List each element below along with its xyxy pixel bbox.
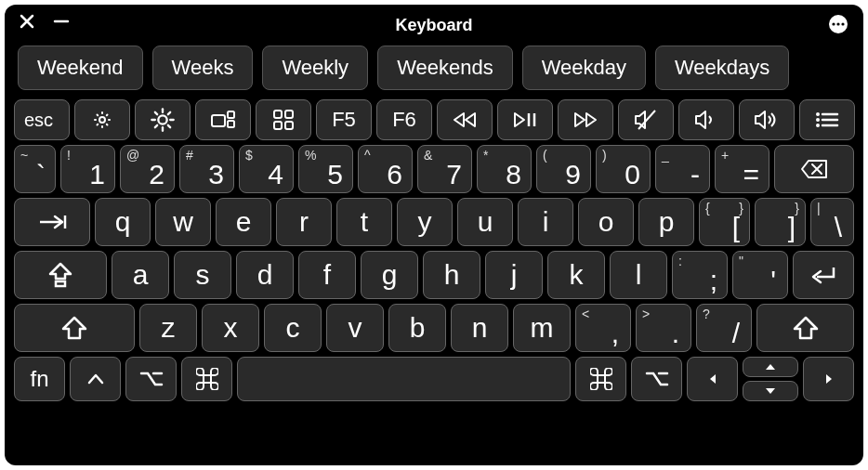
- key-7[interactable]: &7: [417, 145, 472, 193]
- left-bracket-key[interactable]: {}[: [699, 198, 750, 246]
- left-shift-key[interactable]: [14, 304, 135, 352]
- key-q[interactable]: q: [95, 198, 151, 246]
- right-command-key[interactable]: [575, 357, 626, 401]
- mute-key[interactable]: [618, 99, 674, 140]
- brightness-down-icon: [91, 109, 113, 131]
- volume-down-icon: [693, 109, 719, 131]
- key-v[interactable]: v: [326, 304, 384, 352]
- key-k[interactable]: k: [547, 251, 605, 299]
- key-d[interactable]: d: [236, 251, 294, 299]
- quote-key[interactable]: "': [732, 251, 788, 299]
- tab-key[interactable]: [14, 198, 90, 246]
- key-w[interactable]: w: [155, 198, 211, 246]
- slash-key[interactable]: ?/: [696, 304, 752, 352]
- fn-key[interactable]: fn: [14, 357, 65, 401]
- comma-key[interactable]: <,: [575, 304, 631, 352]
- mission-control-key[interactable]: [195, 99, 251, 140]
- arrow-up-key[interactable]: [743, 357, 798, 377]
- key-4[interactable]: $4: [239, 145, 294, 193]
- key-f[interactable]: f: [298, 251, 356, 299]
- key-0[interactable]: )0: [596, 145, 651, 193]
- control-key[interactable]: [70, 357, 121, 401]
- suggestion-item[interactable]: Weeks: [152, 46, 254, 90]
- equals-key[interactable]: +=: [715, 145, 769, 193]
- volume-down-key[interactable]: [678, 99, 734, 140]
- svg-point-3: [841, 22, 844, 25]
- asdf-row: a s d f g h j k l :; "': [14, 251, 854, 299]
- suggestion-item[interactable]: Weekdays: [655, 46, 789, 90]
- key-r[interactable]: r: [276, 198, 332, 246]
- key-s[interactable]: s: [174, 251, 231, 299]
- key-1[interactable]: !1: [60, 145, 115, 193]
- fast-forward-key[interactable]: [558, 99, 613, 140]
- volume-up-key[interactable]: [739, 99, 795, 140]
- arrow-left-key[interactable]: [687, 357, 738, 401]
- key-n[interactable]: n: [451, 304, 508, 352]
- svg-point-34: [816, 118, 820, 122]
- key-8[interactable]: *8: [477, 145, 532, 193]
- suggestion-item[interactable]: Weekends: [377, 46, 513, 90]
- number-row: ~` !1 @2 #3 $4 %5 ^6 &7 *8 (9 )0 _- +=: [14, 145, 854, 193]
- key-m[interactable]: m: [513, 304, 571, 352]
- key-c[interactable]: c: [264, 304, 322, 352]
- suggestion-item[interactable]: Weekday: [522, 46, 646, 90]
- semicolon-key[interactable]: :;: [672, 251, 728, 299]
- play-pause-key[interactable]: [497, 99, 553, 140]
- arrow-right-key[interactable]: [803, 357, 854, 401]
- key-e[interactable]: e: [216, 198, 271, 246]
- key-6[interactable]: ^6: [358, 145, 413, 193]
- left-option-key[interactable]: [125, 357, 177, 401]
- right-shift-key[interactable]: [756, 304, 854, 352]
- key-i[interactable]: i: [518, 198, 573, 246]
- close-icon[interactable]: [20, 14, 34, 29]
- suggestion-item[interactable]: Weekly: [262, 46, 368, 90]
- key-3[interactable]: #3: [179, 145, 234, 193]
- svg-rect-27: [274, 122, 282, 129]
- arrow-down-key[interactable]: [743, 381, 798, 401]
- more-icon[interactable]: [828, 14, 848, 34]
- mission-control-icon: [211, 111, 235, 129]
- backslash-key[interactable]: |\: [810, 198, 854, 246]
- key-j[interactable]: j: [485, 251, 543, 299]
- key-z[interactable]: z: [139, 304, 197, 352]
- escape-key[interactable]: esc: [14, 99, 70, 140]
- return-key[interactable]: [793, 251, 854, 299]
- key-h[interactable]: h: [423, 251, 480, 299]
- key-5[interactable]: %5: [298, 145, 353, 193]
- key-x[interactable]: x: [202, 304, 259, 352]
- key-l[interactable]: l: [610, 251, 667, 299]
- backtick-key[interactable]: ~`: [14, 145, 56, 193]
- list-key[interactable]: [799, 99, 855, 140]
- key-g[interactable]: g: [361, 251, 418, 299]
- launchpad-key[interactable]: [256, 99, 311, 140]
- f6-key[interactable]: F6: [376, 99, 432, 140]
- key-y[interactable]: y: [397, 198, 453, 246]
- key-b[interactable]: b: [388, 304, 446, 352]
- rewind-key[interactable]: [437, 99, 493, 140]
- minus-key[interactable]: _-: [655, 145, 710, 193]
- key-u[interactable]: u: [457, 198, 513, 246]
- period-key[interactable]: >.: [636, 304, 691, 352]
- brightness-up-key[interactable]: [135, 99, 191, 140]
- left-command-key[interactable]: [181, 357, 232, 401]
- minimize-icon[interactable]: [53, 14, 70, 29]
- brightness-down-key[interactable]: [74, 99, 130, 140]
- right-bracket-key[interactable]: }]: [755, 198, 806, 246]
- suggestion-item[interactable]: Weekend: [18, 46, 143, 90]
- key-2[interactable]: @2: [120, 145, 175, 193]
- f5-key[interactable]: F5: [316, 99, 372, 140]
- volume-up-icon: [753, 109, 781, 131]
- fast-forward-icon: [572, 111, 598, 129]
- backspace-key[interactable]: [774, 145, 854, 193]
- key-o[interactable]: o: [578, 198, 634, 246]
- svg-line-20: [155, 125, 157, 127]
- key-a[interactable]: a: [112, 251, 169, 299]
- right-option-key[interactable]: [631, 357, 682, 401]
- key-9[interactable]: (9: [536, 145, 591, 193]
- spacebar-key[interactable]: [237, 357, 571, 401]
- key-p[interactable]: p: [638, 198, 694, 246]
- key-t[interactable]: t: [336, 198, 392, 246]
- caps-lock-key[interactable]: [14, 251, 107, 299]
- backspace-icon: [800, 159, 828, 179]
- play-pause-icon: [512, 111, 538, 129]
